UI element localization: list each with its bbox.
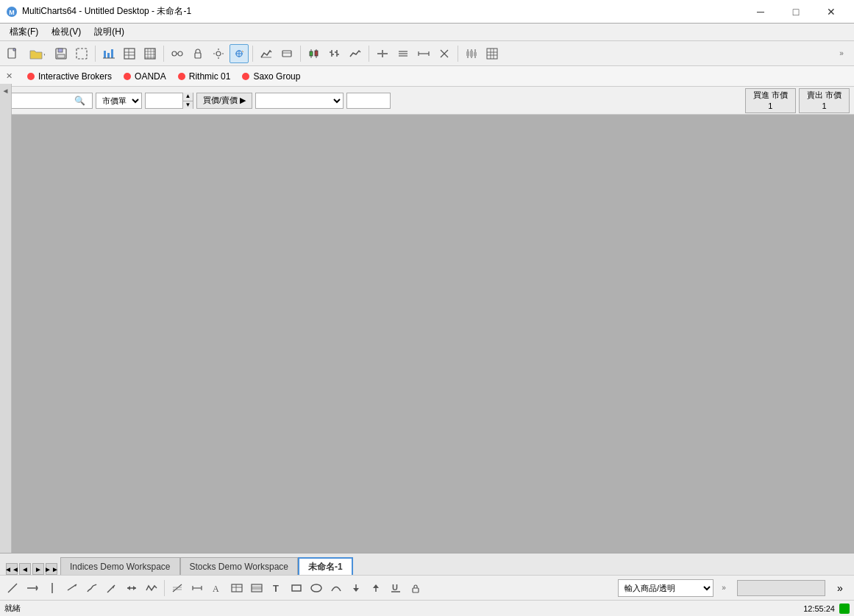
scroll-right-btn[interactable]: » [829,579,851,598]
tab-first-btn[interactable]: ◄◄ [6,563,18,575]
menu-file[interactable]: 檔案(F) [3,24,45,40]
settings-btn[interactable] [209,44,228,63]
draw-lock[interactable] [406,579,425,598]
maximize-button[interactable]: □ [779,0,813,24]
svg-text:U: U [392,583,398,592]
menu-help[interactable]: 說明(H) [88,24,131,40]
multibar-btn[interactable] [462,44,481,63]
svg-rect-10 [111,49,113,58]
svg-line-70 [8,584,17,592]
table-btn[interactable] [120,44,139,63]
broker-rithmic[interactable]: Rithmic 01 [178,71,231,82]
scanner-btn[interactable] [140,44,160,63]
svg-text:A: A [213,584,219,594]
draw-percent[interactable] [247,579,266,598]
close-button[interactable]: ✕ [814,0,848,24]
toolbar1: ▼ [0,41,854,66]
price-input[interactable] [346,93,391,109]
tab-prev-btn[interactable]: ◄ [19,563,31,575]
symbol-input-dropdown[interactable]: 輸入商品/透明 [618,579,714,597]
grid-btn[interactable] [483,44,502,63]
draw-table[interactable] [227,579,246,598]
draw-free[interactable] [82,579,102,598]
sell-label-line1: 賣出 市價 [807,90,841,100]
candle-btn[interactable] [305,44,324,63]
draw-down-arrow[interactable] [346,579,366,598]
open-button[interactable]: ▼ [24,44,50,63]
svg-rect-8 [104,51,106,58]
broker-oanda-label: OANDA [135,71,166,82]
x-mark-btn[interactable] [435,44,454,63]
tab-next-btn[interactable]: ► [32,563,44,575]
active-tool-btn[interactable] [229,44,249,63]
separator2 [163,46,164,62]
chart-btn[interactable] [99,44,118,63]
connect-btn[interactable] [168,44,187,63]
draw-arc[interactable] [327,579,346,598]
draw-hline[interactable] [23,579,42,598]
draw-ellipse[interactable] [307,579,326,598]
new-button[interactable] [3,44,22,63]
expand-drawing-bar[interactable]: » [714,579,733,598]
svg-rect-12 [124,49,135,59]
tab-last-btn[interactable]: ►► [46,563,57,575]
buy-label-line2: 1 [753,101,788,111]
title-controls: ─ □ ✕ [744,0,848,24]
draw-line[interactable] [3,579,22,598]
quantity-up[interactable]: ▲ [183,93,193,101]
broker-oanda[interactable]: OANDA [124,71,166,82]
buy-button[interactable]: 買進 市價 1 [745,88,796,113]
trade-btn[interactable] [277,44,296,63]
tab-stocks[interactable]: Stocks Demo Workspace [180,557,299,575]
svg-rect-36 [282,51,291,57]
broker-panel-close[interactable]: ✕ [6,71,13,81]
draw-rect[interactable] [287,579,306,598]
broker-saxo[interactable]: Saxo Group [242,71,300,82]
symbol-search-container: 🔍 [4,93,93,109]
lock-btn[interactable] [188,44,207,63]
sell-button[interactable]: 賣出 市價 1 [799,88,850,113]
ohlc-btn[interactable] [325,44,344,63]
sidebar-arrow[interactable]: ◄ [2,87,10,95]
draw-text[interactable]: T [267,579,286,598]
symbol-search-input[interactable] [8,96,74,105]
price-type-dropdown[interactable] [255,93,344,109]
zoom-out-btn[interactable] [394,44,413,63]
trade-price-arrow: ▶ [240,96,246,105]
menu-view[interactable]: 檢視(V) [45,24,88,40]
draw-ray[interactable] [63,579,82,598]
status-right: 12:55:24 [803,604,850,614]
draw-up-arrow[interactable] [366,579,385,598]
draw-arrow[interactable] [102,579,121,598]
order-bar: 🔍 市價單 限價單 止損單 ▲ ▼ 買價/賣價 ▶ 買進 市價 1 賣出 市價 … [0,87,854,115]
tab-indices[interactable]: Indices Demo Workspace [60,557,180,575]
draw-arrow2[interactable] [122,579,141,598]
separator5 [369,46,369,62]
draw-vline[interactable] [43,579,62,598]
tab-unnamed[interactable]: 未命名-1 [298,557,353,575]
tab-navigation: ◄◄ ◄ ► ►► [3,563,60,575]
quantity-input[interactable] [146,96,182,105]
svg-marker-80 [133,586,136,590]
zoom-in-btn[interactable] [373,44,392,63]
draw-label[interactable]: A [207,579,227,598]
order-type-select[interactable]: 市價單 限價單 止損單 [96,93,142,109]
trade-price-btn[interactable]: 買價/賣價 ▶ [196,93,252,109]
separator4 [300,46,301,62]
line-chart-btn[interactable] [346,44,365,63]
broker-ib[interactable]: Interactive Brokers [27,71,112,82]
broker-ib-label: Interactive Brokers [38,71,112,82]
toolbar-expand[interactable]: » [832,44,851,63]
quantity-down[interactable]: ▼ [183,101,193,109]
measure-btn[interactable] [414,44,433,63]
draw-measure[interactable] [188,579,207,598]
indicator-btn[interactable] [257,44,276,63]
minimize-button[interactable]: ─ [744,0,778,24]
draw-zigzag[interactable] [142,579,161,598]
menu-bar: 檔案(F) 檢視(V) 說明(H) [0,24,854,41]
draw-fibline[interactable] [168,579,187,598]
select-button[interactable] [72,44,91,63]
draw-underline[interactable]: U [386,579,405,598]
save-button[interactable] [51,44,71,63]
color-preview [737,580,825,596]
